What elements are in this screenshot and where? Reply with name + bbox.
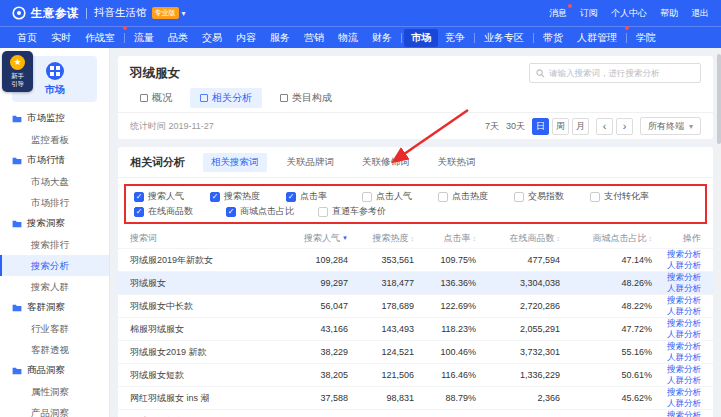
sidebar-item-attribute-insight[interactable]: 属性洞察 xyxy=(0,381,109,402)
metric-ctr[interactable]: 点击率 xyxy=(286,190,362,203)
checkbox-checked-icon[interactable] xyxy=(286,192,296,202)
checkbox-icon[interactable] xyxy=(362,192,372,202)
nav-item-finance[interactable]: 财务 xyxy=(365,29,399,47)
metric-ztc-reference-price[interactable]: 直通车参考价 xyxy=(318,205,410,218)
terminal-select[interactable]: 所有终端 xyxy=(640,117,701,135)
personal-center-link[interactable]: 个人中心 xyxy=(611,7,647,20)
search-analysis-link[interactable]: 搜索分析 xyxy=(667,364,701,375)
nav-item-audience-management[interactable]: 人群管理 xyxy=(570,29,624,47)
col-header-ctr[interactable]: 点击率 xyxy=(418,232,480,245)
nav-item-logistics[interactable]: 物流 xyxy=(331,29,365,47)
logout-link[interactable]: 退出 xyxy=(691,7,709,20)
sidebar-group-customer-insight[interactable]: 客群洞察 xyxy=(0,297,109,318)
nav-item-service[interactable]: 服务 xyxy=(263,29,297,47)
subtab-brand-words[interactable]: 关联品牌词 xyxy=(279,153,343,172)
sidebar-item-market-ranking[interactable]: 市场排行 xyxy=(0,192,109,213)
search-analysis-link[interactable]: 搜索分析 xyxy=(667,387,701,398)
keyword-search-box[interactable] xyxy=(529,63,701,83)
nav-item-academy[interactable]: 学院 xyxy=(629,29,663,47)
sidebar-group-search-insight[interactable]: 搜索洞察 xyxy=(0,213,109,234)
col-header-search-heat[interactable]: 搜索热度 xyxy=(352,232,418,245)
vertical-scrollbar[interactable] xyxy=(716,48,721,417)
table-row[interactable]: 羽绒服女短款 38,205 121,506 116.46% 1,336,229 … xyxy=(118,363,713,386)
crowd-analysis-link[interactable]: 人群分析 xyxy=(667,283,701,294)
granularity-month-button[interactable]: 月 xyxy=(572,118,589,135)
nav-item-trade[interactable]: 交易 xyxy=(195,29,229,47)
col-header-mall-click-share[interactable]: 商城点击占比 xyxy=(564,232,656,245)
metric-mall-click-share[interactable]: 商城点击占比 xyxy=(226,205,318,218)
crowd-analysis-link[interactable]: 人群分析 xyxy=(667,352,701,363)
nav-item-competition[interactable]: 竞争 xyxy=(438,29,472,47)
sort-icon[interactable] xyxy=(411,235,415,242)
nav-item-business-zone[interactable]: 业务专区 xyxy=(477,29,531,47)
checkbox-checked-icon[interactable] xyxy=(134,192,144,202)
checkbox-checked-icon[interactable] xyxy=(226,207,236,217)
metric-click-heat[interactable]: 点击热度 xyxy=(438,190,514,203)
metric-payment-conversion[interactable]: 支付转化率 xyxy=(590,190,666,203)
table-row[interactable]: 羽绒服2019年新款女 109,284 353,561 109.75% 477,… xyxy=(118,248,713,271)
subtab-modifier-words[interactable]: 关联修饰词 xyxy=(354,153,418,172)
nav-item-market[interactable]: 市场 xyxy=(404,29,438,47)
range-30d-button[interactable]: 30天 xyxy=(506,120,525,133)
sidebar-item-search-analysis[interactable]: 搜索分析 xyxy=(0,255,109,276)
table-row[interactable]: 羽绒服女中长款 56,047 178,689 122.69% 2,720,286… xyxy=(118,294,713,317)
tab-overview[interactable]: 概况 xyxy=(130,88,182,108)
nav-item-live-commerce[interactable]: 带货 xyxy=(536,29,570,47)
checkbox-icon[interactable] xyxy=(514,192,524,202)
nav-item-content[interactable]: 内容 xyxy=(229,29,263,47)
sort-icon[interactable] xyxy=(557,235,561,242)
crowd-analysis-link[interactable]: 人群分析 xyxy=(667,306,701,317)
checkbox-icon[interactable] xyxy=(318,207,328,217)
col-header-search-popularity[interactable]: 搜索人气 xyxy=(278,232,352,245)
checkbox-icon[interactable] xyxy=(438,192,448,202)
metric-online-products[interactable]: 在线商品数 xyxy=(134,205,226,218)
sidebar-group-market-monitor[interactable]: 市场监控 xyxy=(0,108,109,129)
search-analysis-link[interactable]: 搜索分析 xyxy=(667,249,701,260)
table-row[interactable]: 网红羽绒服女 ins 潮 37,588 98,831 88.79% 2,366 … xyxy=(118,386,713,409)
search-analysis-link[interactable]: 搜索分析 xyxy=(667,272,701,283)
help-link[interactable]: 帮助 xyxy=(660,7,678,20)
crowd-analysis-link[interactable]: 人群分析 xyxy=(667,329,701,340)
chevron-down-icon[interactable] xyxy=(182,9,186,18)
table-row[interactable]: 羽绒服女 99,297 318,477 136.36% 3,304,038 48… xyxy=(118,271,713,294)
granularity-week-button[interactable]: 周 xyxy=(552,118,569,135)
tab-related-analysis[interactable]: 相关分析 xyxy=(190,88,262,108)
checkbox-checked-icon[interactable] xyxy=(210,192,220,202)
nav-item-war-room[interactable]: 作战室 xyxy=(78,29,122,47)
metric-search-popularity[interactable]: 搜索人气 xyxy=(134,190,210,203)
metric-click-popularity[interactable]: 点击人气 xyxy=(362,190,438,203)
floating-helper-widget[interactable]: ★ 新手引导 xyxy=(2,51,33,92)
metric-trade-index[interactable]: 交易指数 xyxy=(514,190,590,203)
tab-category-composition[interactable]: 类目构成 xyxy=(270,88,342,108)
crowd-analysis-link[interactable]: 人群分析 xyxy=(667,375,701,386)
col-header-online-products[interactable]: 在线商品数 xyxy=(480,232,564,245)
sidebar-item-market-overview[interactable]: 市场大盘 xyxy=(0,171,109,192)
next-date-button[interactable] xyxy=(616,118,633,135)
checkbox-icon[interactable] xyxy=(590,192,600,202)
crowd-analysis-link[interactable]: 人群分析 xyxy=(667,398,701,409)
nav-item-realtime[interactable]: 实时 xyxy=(44,29,78,47)
range-7d-button[interactable]: 7天 xyxy=(485,120,499,133)
search-analysis-link[interactable]: 搜索分析 xyxy=(667,341,701,352)
table-row[interactable]: 棉服羽绒服女 43,166 143,493 118.23% 2,055,291 … xyxy=(118,317,713,340)
sort-desc-icon[interactable] xyxy=(342,235,348,241)
sidebar-item-monitor-board[interactable]: 监控看板 xyxy=(0,129,109,150)
subtab-hot-words[interactable]: 关联热词 xyxy=(430,153,484,172)
search-analysis-link[interactable]: 搜索分析 xyxy=(667,410,701,417)
messages-link[interactable]: 消息 xyxy=(549,7,567,20)
nav-item-category[interactable]: 品类 xyxy=(161,29,195,47)
checkbox-checked-icon[interactable] xyxy=(134,207,144,217)
sidebar-item-customer-perspective[interactable]: 客群透视 xyxy=(0,339,109,360)
sidebar-item-search-ranking[interactable]: 搜索排行 xyxy=(0,234,109,255)
granularity-day-button[interactable]: 日 xyxy=(532,118,549,135)
table-row[interactable]: 羽绒服女2019 新款 38,229 124,521 100.46% 3,732… xyxy=(118,340,713,363)
metric-search-heat[interactable]: 搜索热度 xyxy=(210,190,286,203)
search-analysis-link[interactable]: 搜索分析 xyxy=(667,318,701,329)
sidebar-item-industry-customers[interactable]: 行业客群 xyxy=(0,318,109,339)
subtab-related-search-words[interactable]: 相关搜索词 xyxy=(203,153,267,172)
sidebar-item-product-insight[interactable]: 产品洞察 xyxy=(0,402,109,417)
scrollbar-thumb[interactable] xyxy=(717,54,721,144)
sidebar-group-product-insight[interactable]: 商品洞察 xyxy=(0,360,109,381)
search-input[interactable] xyxy=(549,68,694,78)
nav-item-marketing[interactable]: 营销 xyxy=(297,29,331,47)
